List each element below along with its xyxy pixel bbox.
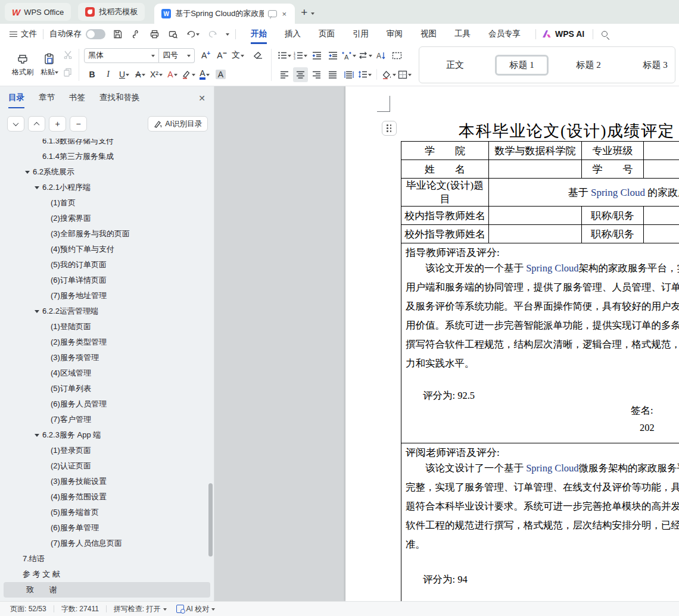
- char-scale-button[interactable]: A: [341, 48, 356, 63]
- bold-button[interactable]: B: [85, 67, 99, 82]
- outline-item[interactable]: (5)我的订单页面: [0, 257, 214, 273]
- advisor-out-label-cell[interactable]: 校外指导教师姓名: [401, 225, 489, 243]
- italic-button[interactable]: I: [101, 67, 116, 82]
- style-chip[interactable]: 标题 3: [622, 55, 675, 76]
- tab-list-chevron-icon[interactable]: [311, 12, 314, 17]
- outline-item[interactable]: (2)搜索界面: [0, 211, 214, 226]
- save-icon[interactable]: [113, 29, 123, 39]
- ribbon-tab[interactable]: 开始: [251, 24, 267, 44]
- font-color-button[interactable]: A: [197, 67, 212, 82]
- thesis-label-cell[interactable]: 毕业论文(设计)题目: [401, 179, 489, 207]
- page-indicator[interactable]: 页面: 52/53: [10, 604, 46, 614]
- promote-button[interactable]: +: [49, 116, 66, 132]
- undo-button[interactable]: [186, 30, 200, 39]
- advisor-in-name-cell[interactable]: [489, 207, 582, 225]
- name-value-cell[interactable]: [489, 160, 582, 179]
- review-comment-cell[interactable]: 评阅老师评语及评分: 该论文设计了一个基于 Spring Cloud微服务架构的…: [401, 443, 679, 602]
- tab-wps-home[interactable]: W WPS Office: [5, 3, 71, 21]
- college-value-cell[interactable]: 数学与数据科学院: [489, 142, 582, 160]
- format-painter-button[interactable]: 格式刷: [8, 46, 37, 83]
- wps-ai-button[interactable]: WPS AI: [542, 29, 584, 39]
- outline-item[interactable]: (1)登录页面: [0, 443, 214, 458]
- outline-item[interactable]: (7)客户管理: [0, 412, 214, 427]
- numbered-list-button[interactable]: 123: [293, 48, 308, 63]
- borders-button[interactable]: [397, 67, 412, 82]
- pane-tab[interactable]: 查找和替换: [99, 92, 140, 108]
- ribbon-tab[interactable]: 工具: [454, 24, 471, 44]
- ribbon-tab[interactable]: 引用: [353, 24, 369, 44]
- paste-button[interactable]: 粘贴: [37, 46, 62, 83]
- outline-item[interactable]: (3)服务项管理: [0, 350, 214, 365]
- class-value-cell[interactable]: [644, 142, 679, 160]
- pane-tab[interactable]: 书签: [69, 92, 85, 108]
- align-right-button[interactable]: [309, 67, 324, 82]
- align-center-button[interactable]: [293, 67, 308, 82]
- underline-button[interactable]: U: [117, 67, 132, 82]
- table-drag-handle-icon[interactable]: [382, 121, 397, 136]
- outline-item[interactable]: (3)全部服务与我的页面: [0, 226, 214, 242]
- ai-proofread-button[interactable]: AI 校对: [176, 604, 216, 614]
- outline-item[interactable]: (2)服务类型管理: [0, 334, 214, 350]
- more-quick-commands-chevron-icon[interactable]: [226, 33, 229, 37]
- line-spacing-button[interactable]: [357, 67, 372, 82]
- style-chip[interactable]: 标题 2: [555, 55, 622, 76]
- shading-button[interactable]: [381, 67, 396, 82]
- word-count[interactable]: 字数: 27411: [61, 604, 99, 614]
- outline-item[interactable]: (4)预约下单与支付: [0, 242, 214, 257]
- distribute-button[interactable]: [341, 67, 356, 82]
- export-pdf-icon[interactable]: [131, 29, 141, 39]
- show-marks-button[interactable]: [390, 48, 404, 63]
- increase-indent-button[interactable]: [325, 48, 340, 63]
- thesis-title-cell[interactable]: 基于 Spring Cloud 的家政服务平台设计: [489, 179, 679, 207]
- font-size-combo[interactable]: 四号: [159, 48, 195, 63]
- close-pane-icon[interactable]: ✕: [198, 93, 205, 107]
- style-chip[interactable]: 标题 1: [495, 55, 549, 76]
- pane-tab[interactable]: 目录: [8, 92, 24, 108]
- outline-item[interactable]: (6)服务单管理: [0, 520, 214, 536]
- outline-item[interactable]: (4)服务范围设置: [0, 489, 214, 505]
- outline-item[interactable]: (2)认证页面: [0, 458, 214, 474]
- bullet-list-button[interactable]: [277, 48, 292, 63]
- advisor-in-title-cell[interactable]: [644, 207, 679, 225]
- close-tab-icon[interactable]: ×: [281, 10, 288, 18]
- ribbon-tab[interactable]: 审阅: [387, 24, 403, 44]
- advisor-comment-cell[interactable]: 指导教师评语及评分: 该论文开发的一个基于 Spring Cloud架构的家政服…: [401, 243, 679, 443]
- ribbon-tab[interactable]: 视图: [421, 24, 437, 44]
- style-chip[interactable]: 正文: [422, 55, 488, 76]
- autosave-toggle[interactable]: [86, 29, 105, 39]
- justify-button[interactable]: [325, 67, 340, 82]
- tab-document[interactable]: W 基于Spring Cloud的家政服 ×: [154, 4, 295, 24]
- increase-font-button[interactable]: A+: [198, 48, 213, 63]
- clear-format-button[interactable]: [251, 48, 266, 63]
- outline-item[interactable]: 参 考 文 献: [0, 567, 214, 582]
- outline-item[interactable]: (6)服务人员管理: [0, 396, 214, 412]
- ai-recognize-toc-button[interactable]: AI识别目录: [148, 116, 208, 132]
- outline-item[interactable]: 6.2系统展示: [0, 164, 214, 180]
- document-page[interactable]: 本科毕业论文(设计)成绩评定 学 院 数学与数据科学院 专业班级 姓 名 学 号…: [345, 86, 679, 601]
- advisor-out-name-cell[interactable]: [489, 225, 582, 243]
- sort-button[interactable]: A: [373, 48, 388, 63]
- spellcheck-status[interactable]: 拼写检查: 打开: [114, 604, 167, 614]
- highlight-button[interactable]: [181, 67, 196, 82]
- advisor-out-title-label-cell[interactable]: 职称/职务: [582, 225, 644, 243]
- ribbon-tab[interactable]: 会员专享: [488, 24, 521, 44]
- new-tab-button[interactable]: +: [301, 6, 307, 19]
- text-direction-button[interactable]: [357, 48, 372, 63]
- file-menu[interactable]: 文件: [21, 29, 37, 39]
- collapse-all-button[interactable]: [28, 116, 45, 132]
- outline-item[interactable]: (7)服务地址管理: [0, 288, 214, 304]
- superscript-button[interactable]: X²: [149, 67, 164, 82]
- collapse-arrow-icon[interactable]: [25, 171, 30, 176]
- outline-item[interactable]: 6.2.2运营管理端: [0, 304, 214, 319]
- ribbon-tab[interactable]: 页面: [319, 24, 335, 44]
- advisor-out-title-cell[interactable]: [644, 225, 679, 243]
- collapse-arrow-icon[interactable]: [35, 186, 39, 192]
- print-icon[interactable]: [149, 29, 160, 39]
- comment-bubble-icon[interactable]: [268, 10, 277, 17]
- outline-item[interactable]: 6.2.1小程序端: [0, 180, 214, 195]
- char-shading-button[interactable]: A: [213, 67, 228, 82]
- strikethrough-button[interactable]: A: [133, 67, 148, 82]
- pane-tab[interactable]: 章节: [39, 92, 55, 108]
- outline-item[interactable]: (6)订单详情页面: [0, 273, 214, 288]
- collapse-arrow-icon[interactable]: [35, 434, 39, 439]
